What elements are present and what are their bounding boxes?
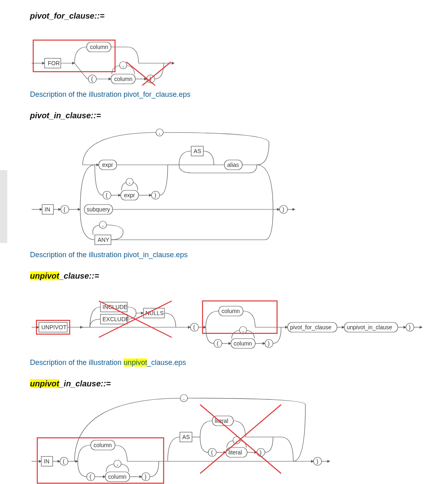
svg-text:IN: IN [45,206,50,213]
svg-text:AS: AS [182,434,190,440]
svg-text:(: ( [64,206,66,213]
svg-text:,: , [129,178,130,185]
svg-text:expr: expr [102,162,113,168]
svg-text:AS: AS [194,148,201,154]
svg-text:): ) [260,449,262,456]
diagram-pivot-in-clause: IN ( expr ( expr , ) [30,124,440,246]
diagram-unpivot-in-clause: IN ( column ( column , ) [30,392,440,484]
svg-text:IN: IN [44,458,49,465]
svg-text:): ) [154,192,156,198]
heading-unpivot-in-clause: unpivot_in_clause::= [30,379,440,388]
heading-pivot-in-clause: pivot_in_clause::= [30,111,440,120]
svg-text:): ) [316,458,318,465]
diagram-unpivot-clause: UNPIVOT INCLUDE EXCLUDE NULLS ( column [30,285,440,354]
svg-text:EXCLUDE: EXCLUDE [102,316,129,322]
heading-unpivot-clause: unpivot_clause::= [30,271,440,281]
svg-text:subquery: subquery [87,206,110,213]
svg-text:(: ( [63,458,65,465]
link-desc-unpivot-clause[interactable]: Description of the illustration unpivot_… [30,358,186,367]
svg-text:,: , [117,460,118,467]
svg-text:): ) [409,324,411,330]
svg-text:(: ( [193,324,195,330]
svg-text:FOR: FOR [48,60,60,66]
svg-text:ANY: ANY [98,237,109,243]
svg-text:,: , [242,326,244,333]
svg-text:column: column [90,44,108,50]
link-desc-pivot-in-clause[interactable]: Description of the illustration pivot_in… [30,251,188,259]
svg-text:(: ( [217,340,219,347]
svg-text:,: , [102,221,104,228]
svg-text:column: column [108,473,126,480]
link-desc-pivot-for-clause[interactable]: Description of the illustration pivot_fo… [30,90,190,99]
svg-text:(: ( [90,473,92,480]
svg-text:(: ( [91,76,93,82]
svg-text:(: ( [106,192,108,198]
svg-text:,: , [159,129,160,135]
svg-text:unpivot_in_clause: unpivot_in_clause [347,324,392,330]
svg-text:): ) [145,473,147,480]
svg-text:literal: literal [228,449,242,456]
svg-text:column: column [94,442,112,448]
svg-text:,: , [183,394,185,401]
svg-text:): ) [268,340,270,347]
svg-text:column: column [234,340,252,347]
svg-text:,: , [122,62,124,68]
svg-text:alias: alias [227,162,239,168]
diagram-pivot-for-clause: FOR column ( column , ) [30,25,440,85]
svg-text:(: ( [211,449,213,456]
svg-text:column: column [222,308,240,314]
heading-pivot-for-clause: pivot_for_clause::= [30,11,440,21]
svg-text:expr: expr [124,192,135,198]
scrollbar-shadow [0,170,7,243]
svg-text:column: column [114,76,132,82]
svg-text:pivot_for_clause: pivot_for_clause [290,324,331,330]
svg-text:): ) [282,206,284,213]
svg-text:UNPIVOT: UNPIVOT [41,324,67,330]
